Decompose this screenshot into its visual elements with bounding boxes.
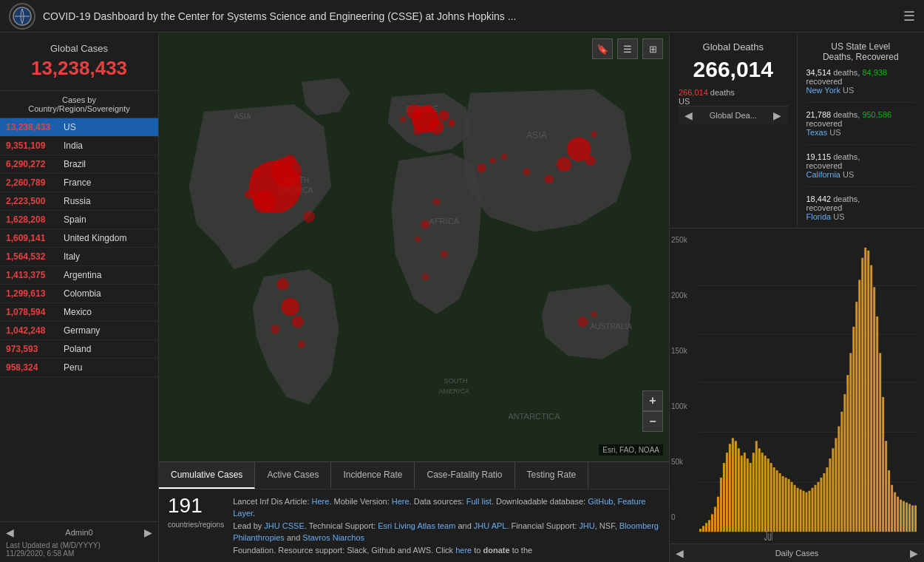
map-tab-case-fatality-ratio[interactable]: Case-Fatality Ratio	[415, 462, 514, 489]
stavros-link[interactable]: Stavros Niarchos	[302, 533, 364, 542]
country-list-item[interactable]: 9,351,109India	[0, 137, 158, 155]
world-map: ANTARCTICA SOUTH AMERICA NORTH AMERICA A…	[159, 33, 669, 461]
map-tab-active-cases[interactable]: Active Cases	[255, 462, 331, 489]
svg-point-29	[413, 126, 422, 135]
country-list-item[interactable]: 13,238,433US	[0, 118, 158, 137]
svg-rect-61	[720, 478, 722, 532]
country-list-item[interactable]: 973,593Poland	[0, 340, 158, 359]
svg-rect-55	[702, 526, 704, 532]
country-list-item[interactable]: 1,413,375Argentina	[0, 266, 158, 285]
chart-nav-right[interactable]: ▶	[910, 547, 918, 559]
country-list-item[interactable]: 1,628,208Spain	[0, 211, 158, 229]
grid-view-button[interactable]: ⊞	[642, 38, 663, 59]
svg-point-26	[407, 104, 421, 119]
svg-text:Jul: Jul	[764, 529, 772, 544]
country-list-item[interactable]: 1,564,532Italy	[0, 248, 158, 266]
svg-rect-75	[761, 453, 764, 532]
chart-nav-left[interactable]: ◀	[676, 547, 684, 559]
jhu-csse-link[interactable]: JHU CSSE	[264, 521, 304, 530]
state-list-item: 19,115 deaths,recoveredCalifornia US	[806, 152, 916, 187]
last-updated-label: Last Updated at (M/D/YYYY)	[6, 541, 152, 549]
svg-point-32	[400, 116, 406, 122]
page-title: COVID-19 Dashboard by the Center for Sys…	[43, 10, 903, 22]
jhu-apl-link[interactable]: JHU APL	[474, 521, 507, 530]
country-name: Peru	[64, 362, 82, 373]
donate-link[interactable]: here	[455, 546, 472, 555]
country-list-item[interactable]: 1,299,613Colombia	[0, 285, 158, 303]
country-name: France	[64, 177, 91, 188]
svg-rect-97	[826, 467, 828, 532]
country-list-item[interactable]: 2,260,789France	[0, 174, 158, 192]
svg-rect-89	[803, 491, 805, 532]
country-list-item[interactable]: 2,223,500Russia	[0, 192, 158, 211]
esri-link[interactable]: Esri Living Atlas team	[378, 521, 455, 530]
svg-point-15	[253, 191, 275, 213]
chart-y-label: 250k	[671, 236, 687, 244]
svg-point-34	[557, 157, 571, 172]
country-cases: 973,593	[6, 344, 59, 354]
country-list-item[interactable]: 958,324Peru	[0, 359, 158, 377]
github-link[interactable]: GitHub	[588, 497, 613, 506]
svg-rect-127	[914, 505, 917, 532]
svg-rect-82	[782, 476, 784, 532]
map-tab-testing-rate[interactable]: Testing Rate	[515, 462, 589, 489]
svg-point-21	[276, 278, 288, 290]
global-deaths-nav-left[interactable]: ◀	[684, 109, 693, 121]
country-list-item[interactable]: 1,078,594Mexico	[0, 303, 158, 322]
svg-rect-84	[788, 479, 790, 532]
list-view-button[interactable]: ☰	[617, 38, 638, 59]
country-name: Mexico	[64, 307, 92, 317]
map-tab-incidence-rate[interactable]: Incidence Rate	[331, 462, 415, 489]
country-cases: 1,078,594	[6, 307, 59, 317]
country-list-item[interactable]: 1,042,248Germany	[0, 322, 158, 340]
chart-y-label: 200k	[671, 291, 687, 299]
global-deaths-nav-right[interactable]: ▶	[773, 109, 781, 121]
jhu-link[interactable]: JHU	[579, 521, 594, 530]
svg-rect-77	[767, 458, 770, 532]
chart-y-label: 100k	[671, 402, 687, 410]
global-cases-label: Global Cases	[7, 43, 151, 54]
sidebar-nav-left[interactable]: ◀	[6, 527, 14, 538]
svg-rect-122	[900, 500, 902, 532]
svg-text:ASIA: ASIA	[526, 130, 548, 140]
menu-icon[interactable]: ☰	[903, 8, 915, 24]
svg-rect-68	[741, 456, 743, 532]
svg-point-42	[415, 237, 421, 243]
svg-rect-76	[764, 456, 767, 532]
sidebar-footer: ◀ Admin0 ▶ Last Updated at (M/D/YYYY) 11…	[0, 521, 158, 562]
us-state-title: US State LevelDeaths, Recovered	[806, 41, 916, 62]
global-deaths-nav: ◀ Global Dea... ▶	[679, 106, 788, 124]
svg-point-43	[441, 251, 448, 258]
svg-point-30	[448, 119, 455, 126]
svg-rect-85	[791, 482, 793, 532]
svg-rect-83	[785, 478, 787, 532]
info-text: Lancet Inf Dis Article: Here. Mobile Ver…	[233, 495, 660, 557]
svg-rect-80	[776, 470, 778, 532]
svg-rect-116	[882, 397, 884, 532]
map-container: ANTARCTICA SOUTH AMERICA NORTH AMERICA A…	[159, 33, 669, 461]
country-list-item[interactable]: 6,290,272Brazil	[0, 155, 158, 174]
zoom-in-button[interactable]: +	[642, 390, 663, 411]
svg-text:AUSTRALIA: AUSTRALIA	[590, 322, 632, 331]
svg-rect-112	[870, 265, 872, 532]
deaths-detail-text: deaths	[710, 88, 735, 97]
mobile-link[interactable]: Here	[392, 497, 410, 506]
svg-rect-62	[723, 463, 725, 532]
svg-rect-114	[876, 316, 878, 532]
lancet-link[interactable]: Here	[312, 497, 330, 506]
zoom-out-button[interactable]: −	[642, 411, 663, 432]
svg-rect-115	[879, 353, 881, 532]
svg-rect-86	[794, 485, 796, 532]
svg-rect-126	[911, 505, 914, 532]
country-name: US	[64, 122, 76, 132]
daily-cases-chart-panel: 050k100k150k200k250k	[670, 228, 924, 562]
svg-rect-100	[835, 438, 837, 532]
country-list-item[interactable]: 1,609,141United Kingdom	[0, 229, 158, 248]
svg-rect-109	[861, 258, 863, 532]
svg-point-27	[429, 119, 444, 134]
svg-rect-92	[811, 488, 813, 532]
bookmark-button[interactable]: 🔖	[592, 38, 613, 59]
full-list-link[interactable]: Full list	[466, 497, 492, 506]
map-tab-cumulative-cases[interactable]: Cumulative Cases	[159, 462, 255, 489]
sidebar-nav-right[interactable]: ▶	[144, 527, 152, 538]
